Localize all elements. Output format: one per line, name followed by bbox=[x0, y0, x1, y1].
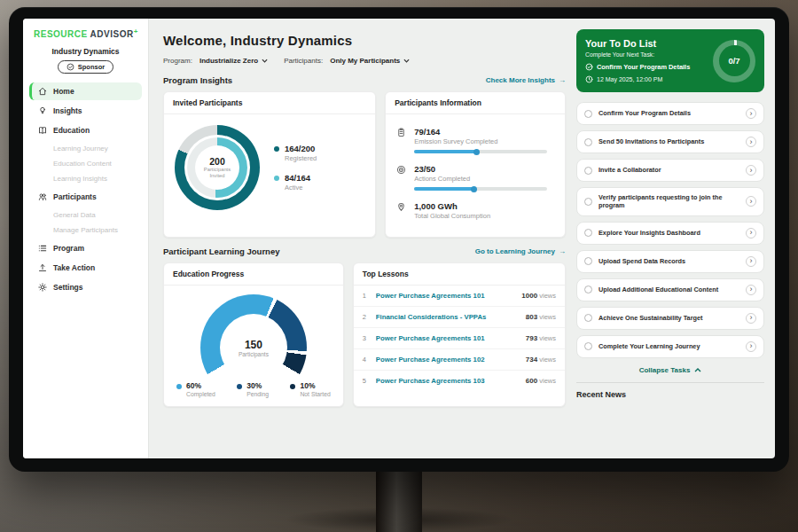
task-chevron-icon[interactable] bbox=[746, 196, 756, 207]
task-item[interactable]: Complete Your Learning Journey bbox=[576, 335, 764, 358]
check-more-insights-link[interactable]: Check More Insights bbox=[486, 76, 566, 84]
task-item[interactable]: Verify participants requesting to join t… bbox=[576, 187, 764, 216]
sidebar-item-program[interactable]: Program bbox=[29, 239, 142, 257]
pending-label: Pending bbox=[246, 391, 269, 397]
clock-icon bbox=[585, 75, 593, 83]
todo-title: Your To Do List bbox=[585, 38, 706, 49]
task-item[interactable]: Upload Additional Educational Content bbox=[576, 278, 764, 301]
registered-dot-icon bbox=[274, 146, 279, 152]
sidebar-item-participants[interactable]: Participants bbox=[29, 188, 142, 206]
lesson-row: 1 Power Purchase Agreements 101 1000 vie… bbox=[354, 286, 565, 307]
task-item[interactable]: Explore Your Insights Dashboard bbox=[576, 222, 764, 245]
task-checkbox[interactable] bbox=[584, 257, 592, 265]
task-checkbox[interactable] bbox=[584, 286, 592, 293]
main-content: Welcome, Industry Dynamics Program: Indu… bbox=[149, 19, 775, 458]
task-item[interactable]: Upload Spend Data Records bbox=[576, 250, 764, 273]
arrow-right-icon bbox=[559, 76, 566, 84]
registered-label: Registered bbox=[285, 154, 317, 162]
task-item[interactable]: Send 50 Invitations to Participants bbox=[576, 130, 764, 153]
center-column: Welcome, Industry Dynamics Program: Indu… bbox=[163, 29, 566, 458]
task-checkbox[interactable] bbox=[584, 342, 592, 350]
task-checkbox[interactable] bbox=[584, 198, 592, 206]
donut-center-label: Participants Invited bbox=[199, 167, 236, 178]
sidebar-item-learning-journey[interactable]: Learning Journey bbox=[23, 141, 148, 156]
task-chevron-icon[interactable] bbox=[746, 137, 756, 147]
completed-value: 60% bbox=[186, 381, 215, 390]
task-checkbox[interactable] bbox=[584, 138, 592, 146]
task-chevron-icon[interactable] bbox=[746, 228, 756, 239]
go-to-learning-journey-link[interactable]: Go to Learning Journey bbox=[475, 247, 566, 255]
sidebar-item-insights[interactable]: Insights bbox=[29, 102, 142, 120]
todo-summary-card: Your To Do List Complete Your Next Task:… bbox=[576, 29, 764, 92]
lesson-views-label: views bbox=[539, 377, 556, 385]
learning-journey-cards: Education Progress 150 Participants bbox=[163, 262, 566, 407]
task-checkbox[interactable] bbox=[584, 167, 592, 175]
page-title: Welcome, Industry Dynamics bbox=[163, 33, 566, 48]
task-checkbox[interactable] bbox=[584, 110, 592, 118]
sidebar-item-take-action[interactable]: Take Action bbox=[29, 259, 142, 277]
gauge-center-value: 150 bbox=[245, 339, 262, 351]
task-item[interactable]: Confirm Your Program Details bbox=[576, 102, 764, 125]
task-chevron-icon[interactable] bbox=[746, 341, 756, 352]
active-label: Active bbox=[285, 184, 310, 192]
donut-legend: 164/200 Registered 84/164 Active bbox=[274, 144, 317, 192]
legend-pending: 30% Pending bbox=[237, 381, 269, 397]
legend-active: 84/164 Active bbox=[274, 173, 317, 192]
lesson-row: 2 Financial Considerations - VPPAs 803 v… bbox=[354, 307, 565, 328]
collapse-tasks-button[interactable]: Collapse Tasks bbox=[576, 366, 764, 374]
task-checkbox[interactable] bbox=[584, 314, 592, 322]
lesson-views-value: 1000 bbox=[521, 292, 537, 300]
survey-icon bbox=[396, 128, 406, 137]
task-chevron-icon[interactable] bbox=[746, 313, 756, 324]
education-progress-title: Education Progress bbox=[164, 263, 343, 286]
task-chevron-icon[interactable] bbox=[746, 256, 756, 267]
task-item[interactable]: Achieve One Sustainability Target bbox=[576, 307, 764, 330]
lesson-link[interactable]: Power Purchase Agreements 102 bbox=[376, 356, 520, 364]
lesson-views-value: 803 bbox=[526, 313, 537, 321]
sponsor-badge[interactable]: Sponsor bbox=[58, 60, 113, 74]
invited-participants-title: Invited Participants bbox=[164, 92, 375, 114]
todo-next-task[interactable]: Confirm Your Program Details bbox=[585, 63, 706, 71]
task-chevron-icon[interactable] bbox=[746, 108, 756, 119]
completed-label: Completed bbox=[186, 391, 215, 397]
task-chevron-icon[interactable] bbox=[746, 285, 756, 295]
task-chevron-icon[interactable] bbox=[746, 165, 756, 176]
lesson-link[interactable]: Power Purchase Agreements 101 bbox=[376, 292, 516, 300]
sidebar-item-label: Education bbox=[53, 126, 90, 135]
chevron-up-icon bbox=[694, 368, 701, 372]
lesson-row: 3 Power Purchase Agreements 101 793 view… bbox=[354, 328, 565, 349]
task-item[interactable]: Invite a Collaborator bbox=[576, 159, 764, 182]
lesson-link[interactable]: Financial Considerations - VPPAs bbox=[376, 313, 520, 321]
lesson-rank: 2 bbox=[363, 313, 370, 321]
program-select[interactable]: Industrialize Zero bbox=[200, 57, 268, 65]
task-checkbox[interactable] bbox=[584, 229, 592, 237]
pending-dot-icon bbox=[237, 384, 242, 389]
donut-center-value: 200 bbox=[209, 156, 225, 167]
active-value: 84/164 bbox=[285, 173, 310, 183]
lesson-link[interactable]: Power Purchase Agreements 103 bbox=[376, 377, 520, 385]
sidebar-item-education-content[interactable]: Education Content bbox=[23, 156, 148, 171]
participants-information-card: Participants Information 79/164 Emission… bbox=[385, 91, 566, 238]
go-to-learning-journey-label: Go to Learning Journey bbox=[475, 247, 555, 255]
lesson-link[interactable]: Power Purchase Agreements 101 bbox=[376, 334, 520, 342]
sidebar-item-education[interactable]: Education bbox=[29, 121, 142, 139]
completed-dot-icon bbox=[176, 384, 182, 389]
education-progress-gauge-chart: 150 Participants bbox=[200, 294, 307, 376]
participants-select[interactable]: Only My Participants bbox=[330, 57, 410, 65]
sidebar-item-manage-participants[interactable]: Manage Participants bbox=[23, 223, 148, 238]
sponsor-check-icon bbox=[66, 63, 74, 71]
sidebar-item-settings[interactable]: Settings bbox=[29, 278, 142, 296]
emission-survey-progress-bar bbox=[414, 150, 547, 153]
education-progress-card: Education Progress 150 Participants bbox=[163, 262, 344, 407]
top-lessons-title: Top Lessons bbox=[354, 263, 565, 286]
upload-icon bbox=[38, 263, 47, 272]
invited-participants-body: 200 Participants Invited bbox=[164, 114, 375, 221]
legend-completed: 60% Completed bbox=[176, 381, 215, 397]
registered-value: 164/200 bbox=[285, 144, 317, 153]
sidebar-item-home[interactable]: Home bbox=[29, 82, 142, 100]
program-insights-header: Program Insights Check More Insights bbox=[163, 75, 566, 85]
sidebar-item-learning-insights[interactable]: Learning Insights bbox=[23, 171, 148, 186]
org-name: Industry Dynamics bbox=[23, 47, 148, 56]
sponsor-badge-label: Sponsor bbox=[78, 63, 105, 71]
sidebar-item-general-data[interactable]: General Data bbox=[23, 207, 148, 223]
